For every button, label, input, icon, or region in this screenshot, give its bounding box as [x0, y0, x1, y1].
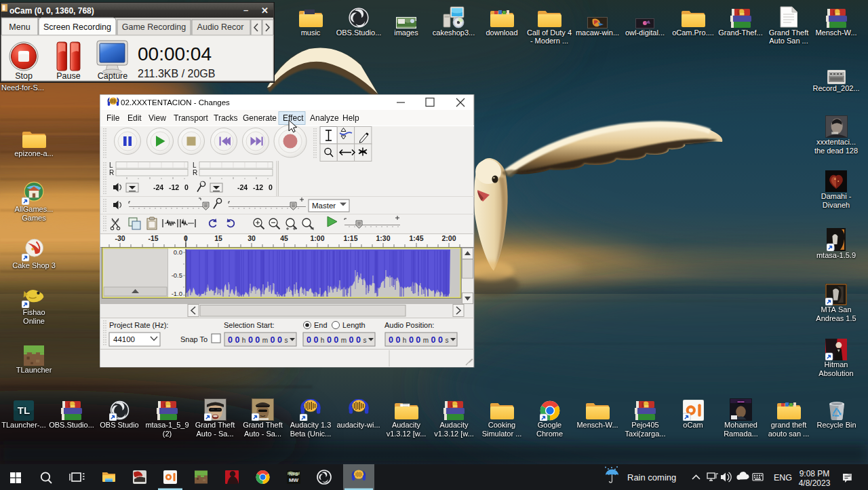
svg-text:0 0 h 0 0 m 0 0 s: 0 0 h 0 0 m 0 0 s	[228, 335, 288, 345]
svg-text:✕: ✕	[261, 5, 269, 16]
svg-text:oCam (0, 0, 1360, 768): oCam (0, 0, 1360, 768)	[9, 6, 94, 16]
svg-text:45: 45	[280, 234, 288, 242]
svg-text:-0.5: -0.5	[172, 271, 182, 279]
svg-text:L: L	[109, 162, 113, 169]
svg-text:15: 15	[214, 234, 222, 242]
svg-text:Edit: Edit	[127, 113, 142, 123]
svg-text:-15: -15	[148, 234, 158, 242]
svg-text:-24: -24	[237, 183, 248, 191]
svg-text:2:00: 2:00	[441, 234, 456, 242]
svg-text:Selection Start:: Selection Start:	[224, 321, 275, 329]
svg-text:Capture: Capture	[98, 71, 128, 81]
svg-text:-1.0: -1.0	[172, 290, 182, 297]
svg-text:ENG: ENG	[774, 473, 792, 483]
svg-text:Game Recording: Game Recording	[122, 22, 186, 32]
svg-text:Generate: Generate	[243, 113, 277, 123]
svg-text:Rain coming: Rain coming	[627, 472, 676, 483]
svg-text:Master: Master	[312, 202, 336, 210]
svg-text:Help: Help	[342, 113, 359, 123]
svg-text:-12: -12	[169, 183, 179, 191]
svg-text:Project Rate (Hz):: Project Rate (Hz):	[109, 321, 168, 329]
svg-text:0: 0	[184, 183, 189, 191]
svg-text:–: –	[243, 5, 248, 15]
svg-text:View: View	[149, 113, 166, 123]
svg-text:30: 30	[248, 234, 256, 242]
svg-text:0.0: 0.0	[174, 248, 182, 256]
svg-text:1:45: 1:45	[409, 234, 423, 242]
svg-text:9:08 PM: 9:08 PM	[800, 469, 830, 478]
svg-text:L: L	[193, 162, 197, 169]
svg-text:R: R	[193, 169, 197, 176]
svg-text:211.3KB / 20GB: 211.3KB / 20GB	[138, 68, 215, 79]
svg-text:Menu: Menu	[9, 22, 30, 32]
svg-text:4/8/2023: 4/8/2023	[799, 478, 831, 488]
svg-text:Audio Position:: Audio Position:	[384, 321, 434, 329]
svg-text:-24: -24	[153, 183, 163, 191]
svg-text:-30: -30	[115, 234, 125, 242]
svg-text:End: End	[314, 321, 328, 329]
svg-text:NFS: NFS	[290, 472, 299, 476]
svg-text:Length: Length	[342, 321, 366, 329]
svg-text:0: 0	[269, 183, 273, 191]
svg-text:Stop: Stop	[15, 71, 33, 81]
svg-text:44100: 44100	[113, 335, 135, 343]
svg-text:File: File	[106, 113, 120, 123]
svg-text:Pause: Pause	[56, 71, 80, 81]
svg-text:Screen Recording: Screen Recording	[43, 22, 111, 32]
svg-text:1:00: 1:00	[310, 234, 324, 242]
svg-text:Transport: Transport	[174, 113, 209, 123]
svg-text:00:00:04: 00:00:04	[138, 43, 212, 64]
svg-text:02.XXXTENTACION - Changes: 02.XXXTENTACION - Changes	[121, 98, 230, 107]
svg-text:Snap To: Snap To	[180, 335, 208, 343]
svg-text:Analyze: Analyze	[310, 113, 339, 123]
svg-text:TL: TL	[18, 404, 30, 416]
svg-text:Audio Recor: Audio Recor	[197, 22, 244, 32]
svg-text:-12: -12	[253, 183, 263, 191]
svg-text:MW: MW	[289, 477, 299, 483]
svg-text:Tracks: Tracks	[214, 113, 238, 123]
svg-text:1:15: 1:15	[343, 234, 357, 242]
svg-text:Effect: Effect	[283, 113, 304, 123]
svg-text:R: R	[109, 169, 114, 176]
svg-text:▬▬: ▬▬	[738, 399, 745, 403]
svg-text:1:30: 1:30	[376, 234, 390, 242]
